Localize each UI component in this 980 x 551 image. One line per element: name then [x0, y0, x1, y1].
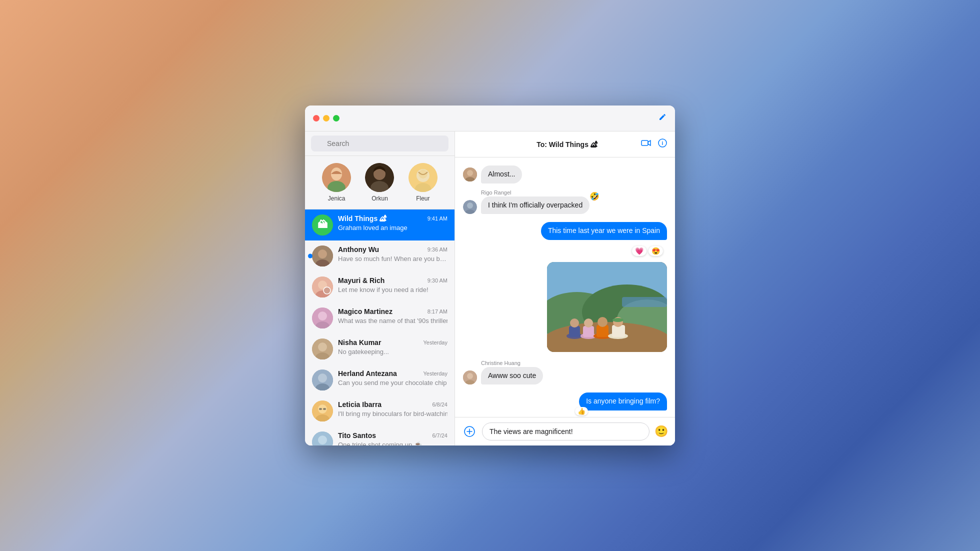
pinned-contact-orkun[interactable]: Orkun [365, 163, 394, 202]
unread-indicator [308, 254, 312, 258]
conversation-list: 🏔 Wild Things 🏕 9:41 AM Graham loved an … [305, 210, 454, 446]
chat-messages: Almost... Rigo Rangel [455, 158, 675, 417]
emoji-picker-button[interactable]: 🙂 [654, 425, 668, 438]
add-attachment-button[interactable] [462, 424, 477, 439]
message-bubble-spain: This time last year we were in Spain [541, 222, 667, 240]
conv-time: Yesterday [423, 370, 448, 376]
conv-preview: Can you send me your chocolate chip cook… [338, 378, 448, 388]
conv-header: Herland Antezana Yesterday [338, 370, 448, 378]
message-row-spain: This time last year we were in Spain [463, 222, 667, 240]
conv-name: Mayuri & Rich [338, 276, 384, 284]
message-bubble-christine: Awww soo cute [481, 367, 543, 385]
minimize-button[interactable] [323, 115, 330, 122]
photo-message [547, 262, 667, 352]
conv-time: 9:41 AM [428, 216, 448, 222]
conv-header: Tito Santos 6/7/24 [338, 432, 448, 440]
svg-rect-33 [323, 408, 326, 410]
sender-name-rigo: Rigo Rangel [481, 190, 667, 196]
compose-button[interactable] [658, 112, 667, 124]
avatar-fleur [408, 163, 438, 192]
conversation-item-nisha[interactable]: Nisha Kumar Yesterday No gatekeeping... [305, 334, 454, 364]
conv-content-nisha: Nisha Kumar Yesterday No gatekeeping... [338, 338, 448, 356]
pinned-contact-jenica[interactable]: Jenica [322, 163, 351, 202]
chat-title: To: Wild Things 🏕 [493, 140, 641, 148]
svg-rect-65 [622, 297, 667, 307]
conv-preview: Graham loved an image [338, 224, 448, 232]
conv-content-tito: Tito Santos 6/7/24 One triple shot comin… [338, 432, 448, 446]
svg-rect-37 [642, 140, 648, 146]
conv-time: Yesterday [423, 340, 448, 346]
conv-content-mayuri: Mayuri & Rich 9:30 AM Let me know if you… [338, 276, 448, 294]
contact-name-fleur: Fleur [416, 195, 430, 202]
info-button[interactable]: i [658, 138, 667, 150]
svg-point-19 [324, 287, 330, 294]
reaction-thumbsup: 👍 [575, 407, 588, 416]
reaction-eyes: 😍 [648, 246, 663, 256]
pinned-contact-fleur[interactable]: Fleur [408, 163, 438, 202]
close-button[interactable] [313, 115, 320, 122]
message-row-almost: Almost... [463, 166, 667, 184]
conversation-item-anthony-wu[interactable]: Anthony Wu 9:36 AM Have so much fun! Whe… [305, 240, 454, 272]
avatar-christine [463, 370, 477, 384]
svg-text:🏔: 🏔 [318, 219, 328, 230]
svg-rect-53 [569, 326, 580, 337]
conv-time: 6/7/24 [432, 432, 448, 438]
conv-header: Wild Things 🏕 9:41 AM [338, 214, 448, 222]
conv-preview: Let me know if you need a ride! [338, 286, 448, 294]
sidebar: 🔍 [305, 132, 455, 446]
sender-name-christine: Christine Huang [481, 360, 667, 366]
message-input-area: 🙂 [455, 417, 675, 446]
conv-content-wild-things: Wild Things 🏕 9:41 AM Graham loved an im… [338, 214, 448, 232]
traffic-lights [313, 115, 340, 122]
messages-window: 🔍 [305, 106, 675, 446]
svg-point-54 [570, 318, 579, 328]
conv-name: Wild Things 🏕 [338, 214, 386, 222]
search-bar: 🔍 [305, 132, 454, 156]
svg-point-67 [467, 373, 473, 379]
message-input[interactable] [482, 422, 650, 440]
video-call-button[interactable] [641, 139, 651, 150]
conv-content-herland: Herland Antezana Yesterday Can you send … [338, 370, 448, 388]
svg-point-60 [598, 317, 608, 327]
pinned-contacts: Jenica Orkun [305, 156, 454, 210]
svg-point-44 [467, 202, 473, 208]
message-bubble-rigo: I think I'm officially overpacked [481, 196, 590, 214]
svg-point-64 [612, 318, 624, 322]
conv-preview: One triple shot coming up ☕ [338, 440, 448, 446]
conv-name: Leticia Ibarra [338, 400, 382, 408]
title-bar [305, 106, 675, 132]
search-input[interactable] [311, 136, 448, 152]
conv-time: 6/8/24 [432, 402, 448, 408]
conv-preview: Have so much fun! When are you back? [338, 254, 448, 264]
reaction-heart: 💗 [632, 246, 646, 256]
conv-content-leticia: Leticia Ibarra 6/8/24 I'll bring my bino… [338, 400, 448, 418]
avatar-herland [312, 370, 333, 390]
avatar-jenica [322, 163, 351, 192]
svg-point-24 [318, 342, 327, 352]
conv-name: Anthony Wu [338, 246, 379, 254]
avatar-nisha [312, 338, 333, 360]
search-container: 🔍 [311, 136, 448, 152]
avatar-tito [312, 432, 333, 446]
conversation-item-magico[interactable]: Magico Martinez 8:17 AM What was the nam… [305, 302, 454, 334]
chat-panel: To: Wild Things 🏕 i [455, 132, 675, 446]
conv-header: Magico Martinez 8:17 AM [338, 308, 448, 316]
message-bubble-film: Is anyone bringing film? [579, 392, 667, 410]
avatar-wild-things: 🏔 [312, 214, 333, 236]
svg-rect-32 [319, 408, 322, 410]
conversation-item-herland[interactable]: Herland Antezana Yesterday Can you send … [305, 364, 454, 396]
message-avatar [463, 168, 477, 182]
chat-header: To: Wild Things 🏕 i [455, 132, 675, 158]
maximize-button[interactable] [333, 115, 340, 122]
conversation-item-tito[interactable]: Tito Santos 6/7/24 One triple shot comin… [305, 426, 454, 446]
conversation-item-mayuri[interactable]: Mayuri & Rich 9:30 AM Let me know if you… [305, 272, 454, 302]
message-group-rigo: Rigo Rangel I think I'm officially overp… [463, 190, 667, 214]
conversation-item-wild-things[interactable]: 🏔 Wild Things 🏕 9:41 AM Graham loved an … [305, 210, 454, 240]
avatar-magico [312, 308, 333, 328]
conv-content-anthony: Anthony Wu 9:36 AM Have so much fun! Whe… [338, 246, 448, 264]
conversation-item-leticia[interactable]: Leticia Ibarra 6/8/24 I'll bring my bino… [305, 396, 454, 426]
avatar-rigo [463, 200, 477, 214]
message-row-film: Is anyone bringing film? 👍 [463, 392, 667, 410]
conv-time: 9:30 AM [428, 278, 448, 284]
avatar-leticia [312, 400, 333, 422]
